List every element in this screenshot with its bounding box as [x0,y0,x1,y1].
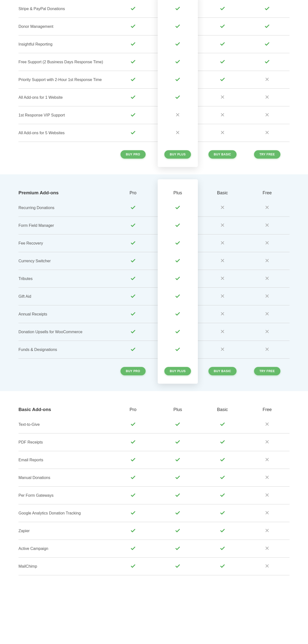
feature-cell [111,528,155,534]
cross-icon [175,112,180,117]
check-icon [175,329,180,334]
check-icon [264,6,270,11]
feature-cell [245,95,290,100]
pricing-section-core: Stripe & PayPal DonationsDonor Managemen… [0,0,308,174]
check-icon [130,457,136,462]
feature-row: PDF Receipts [19,434,289,451]
check-icon [220,457,225,462]
feature-cell [111,59,155,65]
check-icon [175,222,180,228]
check-icon [220,41,225,46]
buy-plus-button[interactable]: BUY PLUS [164,150,191,158]
feature-label: PDF Receipts [19,439,111,445]
feature-cell [155,346,200,353]
feature-cell [111,41,155,48]
check-icon [175,76,180,82]
feature-cell [245,546,290,552]
feature-cell [245,24,290,30]
feature-cell [111,240,155,246]
feature-cell [200,76,245,83]
feature-cell [111,205,155,211]
feature-cell [111,6,155,12]
check-icon [220,528,225,533]
feature-cell [155,130,200,136]
feature-row: All Add-ons for 5 Websites [19,124,289,142]
feature-cell [111,76,155,83]
feature-row: Email Reports [19,451,289,469]
buy-plus-button[interactable]: BUY PLUS [164,367,191,375]
plan-header-plus: Plus [155,190,200,196]
check-icon [220,510,225,516]
feature-row: Currency Switcher [19,252,289,270]
feature-cell [155,222,200,229]
feature-cell [245,440,290,445]
check-icon [175,240,180,246]
feature-cell [111,563,155,570]
feature-label: Donor Management [19,24,111,30]
feature-cell [155,240,200,246]
feature-cell [245,240,290,246]
feature-row: Tributes [19,270,289,288]
feature-cell [111,474,155,481]
cross-icon [220,130,225,135]
feature-cell [200,41,245,48]
feature-cell [200,312,245,317]
cross-icon [220,240,225,245]
check-icon [130,311,136,316]
check-icon [130,474,136,480]
feature-label: All Add-ons for 1 Website [19,94,111,100]
feature-row: All Add-ons for 1 Website [19,89,289,106]
check-icon [175,205,180,210]
feature-cell [200,294,245,299]
feature-cell [111,222,155,229]
cross-icon [220,205,225,210]
check-icon [130,563,136,569]
cross-icon [265,329,269,334]
check-icon [175,421,180,427]
check-icon [175,59,180,64]
feature-cell [155,76,200,83]
buy-free-button[interactable]: TRY FREE [254,150,280,158]
buy-basic-button[interactable]: BUY BASIC [208,367,236,375]
feature-label: Donation Upsells for WooCommerce [19,329,111,335]
buy-basic-button[interactable]: BUY BASIC [208,150,236,158]
check-icon [175,563,180,569]
feature-cell [155,24,200,30]
buy-free-button[interactable]: TRY FREE [254,367,280,375]
feature-row: Fee Recovery [19,234,289,252]
feature-row: Donor Management [19,18,289,36]
feature-row: MailChimp [19,558,289,575]
feature-cell [200,421,245,428]
cross-icon [265,205,269,210]
feature-cell [200,528,245,534]
cross-icon [265,440,269,444]
feature-cell [200,130,245,136]
cross-icon [220,294,225,298]
cross-icon [265,457,269,462]
feature-row: Gift Aid [19,288,289,306]
cross-icon [265,223,269,227]
feature-label: Manual Donations [19,475,111,481]
check-icon [220,421,225,427]
feature-cell [111,346,155,353]
feature-row: Text-to-Give [19,416,289,434]
feature-cell [245,276,290,282]
cross-icon [265,564,269,568]
cross-icon [265,112,269,117]
feature-cell [155,6,200,12]
feature-cell [155,205,200,211]
check-icon [130,205,136,210]
feature-row: Manual Donations [19,469,289,487]
feature-row: Funds & Designations [19,341,289,358]
feature-cell [111,457,155,463]
feature-cell [200,59,245,65]
cross-icon [265,493,269,497]
feature-cell [155,474,200,481]
buy-pro-button[interactable]: BUY PRO [121,150,146,158]
feature-label: Gift Aid [19,294,111,300]
feature-cell [200,223,245,228]
section-header-row: Basic Add-onsProPlusBasicFree [19,404,289,416]
buy-pro-button[interactable]: BUY PRO [121,367,146,375]
feature-cell [245,475,290,480]
cross-icon [220,95,225,99]
